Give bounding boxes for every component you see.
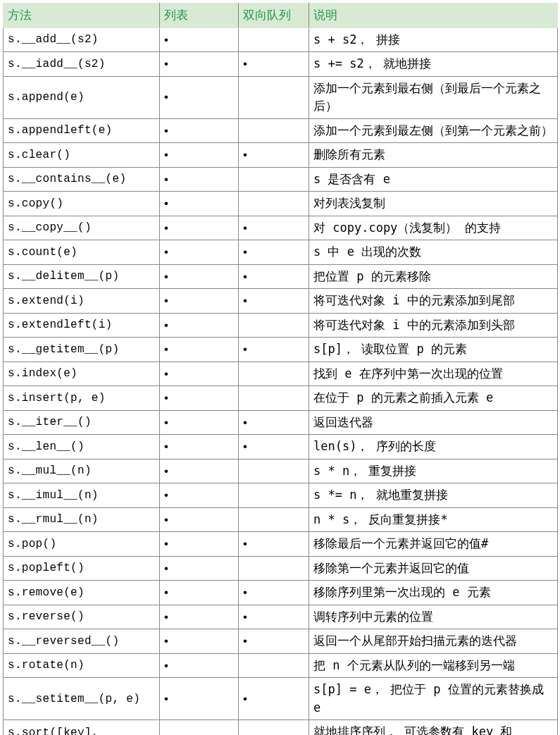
table-row: s.__mul__(n)•s * n， 重复拼接	[4, 459, 558, 483]
description-cell: 将可迭代对象 i 中的元素添加到头部	[309, 313, 558, 338]
list-support-cell: •	[160, 581, 239, 605]
list-support-cell: •	[160, 629, 239, 654]
table-row: s.copy()•对列表浅复制	[4, 192, 558, 216]
list-support-cell: •	[160, 192, 239, 216]
description-cell: 在位于 p 的元素之前插入元素 e	[309, 386, 558, 411]
method-cell: s.popleft()	[4, 556, 160, 581]
table-row: s.__imul__(n)•s *= n， 就地重复拼接	[4, 483, 558, 508]
list-support-cell: •	[160, 720, 239, 736]
header-deque: 双向队列	[239, 4, 309, 28]
deque-support-cell	[239, 386, 309, 411]
description-cell: 就地排序序列， 可选参数有 key 和 revers	[309, 720, 558, 736]
table-row: s.__contains__(e)•s 是否含有 e	[4, 167, 558, 192]
description-cell: s 是否含有 e	[309, 167, 558, 192]
list-support-cell: •	[160, 483, 239, 508]
list-support-cell: •	[160, 435, 239, 459]
deque-support-cell	[239, 507, 309, 532]
deque-support-cell: •	[239, 264, 309, 289]
method-cell: s.count(e)	[4, 240, 160, 265]
description-cell: s + s2， 拼接	[309, 27, 558, 52]
deque-support-cell	[239, 653, 309, 678]
table-header-row: 方法 列表 双向队列 说明	[4, 4, 558, 28]
deque-support-cell: •	[239, 532, 309, 557]
table-row: s.rotate(n)•把 n 个元素从队列的一端移到另一端	[4, 653, 558, 678]
method-cell: s.reverse()	[4, 605, 160, 629]
table-row: s.__iter__()••返回迭代器	[4, 410, 558, 435]
description-cell: s[p]， 读取位置 p 的元素	[309, 338, 558, 362]
deque-support-cell: •	[239, 52, 309, 77]
list-support-cell: •	[160, 507, 239, 532]
deque-support-cell: •	[239, 605, 309, 629]
list-support-cell: •	[160, 143, 239, 168]
deque-support-cell	[239, 313, 309, 338]
method-cell: s.append(e)	[4, 76, 160, 118]
method-cell: s.__getitem__(p)	[4, 338, 160, 362]
description-cell: n * s， 反向重复拼接*	[309, 507, 558, 532]
method-cell: s.__iadd__(s2)	[4, 52, 160, 77]
description-cell: 添加一个元素到最右侧（到最后一个元素之后）	[309, 76, 558, 118]
method-cell: s.__imul__(n)	[4, 483, 160, 508]
header-method: 方法	[4, 4, 160, 28]
description-cell: s 中 e 出现的次数	[309, 240, 558, 265]
methods-table: 方法 列表 双向队列 说明 s.__add__(s2)•s + s2， 拼接s.…	[3, 3, 558, 735]
list-support-cell: •	[160, 76, 239, 118]
description-cell: 将可迭代对象 i 中的元素添加到尾部	[309, 289, 558, 314]
list-support-cell: •	[160, 605, 239, 629]
table-row: s.appendleft(e)•添加一个元素到最左侧（到第一个元素之前）	[4, 118, 558, 143]
deque-support-cell	[239, 720, 309, 736]
list-support-cell: •	[160, 678, 239, 720]
method-cell: s.index(e)	[4, 362, 160, 386]
method-cell: s.extendleft(i)	[4, 313, 160, 338]
list-support-cell: •	[160, 289, 239, 314]
method-cell: s.extend(i)	[4, 289, 160, 314]
list-support-cell: •	[160, 216, 239, 240]
deque-support-cell	[239, 192, 309, 216]
deque-support-cell	[239, 556, 309, 581]
table-row: s.__getitem__(p)••s[p]， 读取位置 p 的元素	[4, 338, 558, 362]
description-cell: 调转序列中元素的位置	[309, 605, 558, 629]
list-support-cell: •	[160, 410, 239, 435]
deque-support-cell: •	[239, 216, 309, 240]
method-cell: s.__len__()	[4, 435, 160, 459]
description-cell: s * n， 重复拼接	[309, 459, 558, 483]
list-support-cell: •	[160, 27, 239, 52]
method-cell: s.__iter__()	[4, 410, 160, 435]
deque-support-cell: •	[239, 240, 309, 265]
table-row: s.clear()••删除所有元素	[4, 143, 558, 168]
table-row: s.__len__()••len(s)， 序列的长度	[4, 435, 558, 459]
method-cell: s.sort([key], [revers])	[4, 720, 160, 736]
table-row: s.sort([key], [revers])•就地排序序列， 可选参数有 ke…	[4, 720, 558, 736]
table-row: s.extend(i)••将可迭代对象 i 中的元素添加到尾部	[4, 289, 558, 314]
table-row: s.__add__(s2)•s + s2， 拼接	[4, 27, 558, 52]
list-support-cell: •	[160, 556, 239, 581]
deque-support-cell	[239, 76, 309, 118]
method-cell: s.appendleft(e)	[4, 118, 160, 143]
deque-support-cell	[239, 27, 309, 52]
table-row: s.__iadd__(s2)••s += s2， 就地拼接	[4, 52, 558, 77]
list-support-cell: •	[160, 240, 239, 265]
table-row: s.extendleft(i)•将可迭代对象 i 中的元素添加到头部	[4, 313, 558, 338]
description-cell: s += s2， 就地拼接	[309, 52, 558, 77]
description-cell: 移除最后一个元素并返回它的值#	[309, 532, 558, 557]
method-cell: s.__copy__()	[4, 216, 160, 240]
list-support-cell: •	[160, 264, 239, 289]
table-row: s.__reversed__()••返回一个从尾部开始扫描元素的迭代器	[4, 629, 558, 654]
method-cell: s.__add__(s2)	[4, 27, 160, 52]
list-support-cell: •	[160, 532, 239, 557]
description-cell: 删除所有元素	[309, 143, 558, 168]
description-cell: 把 n 个元素从队列的一端移到另一端	[309, 653, 558, 678]
table-row: s.__copy__()••对 copy.copy（浅复制） 的支持	[4, 216, 558, 240]
description-cell: 添加一个元素到最左侧（到第一个元素之前）	[309, 118, 558, 143]
deque-support-cell: •	[239, 289, 309, 314]
table-row: s.insert(p, e)•在位于 p 的元素之前插入元素 e	[4, 386, 558, 411]
deque-support-cell: •	[239, 143, 309, 168]
list-support-cell: •	[160, 386, 239, 411]
method-cell: s.__contains__(e)	[4, 167, 160, 192]
list-support-cell: •	[160, 362, 239, 386]
method-cell: s.__reversed__()	[4, 629, 160, 654]
method-cell: s.__setitem__(p, e)	[4, 678, 160, 720]
table-row: s.__rmul__(n)•n * s， 反向重复拼接*	[4, 507, 558, 532]
table-row: s.append(e)•添加一个元素到最右侧（到最后一个元素之后）	[4, 76, 558, 118]
table-row: s.__delitem__(p)••把位置 p 的元素移除	[4, 264, 558, 289]
deque-support-cell	[239, 459, 309, 483]
